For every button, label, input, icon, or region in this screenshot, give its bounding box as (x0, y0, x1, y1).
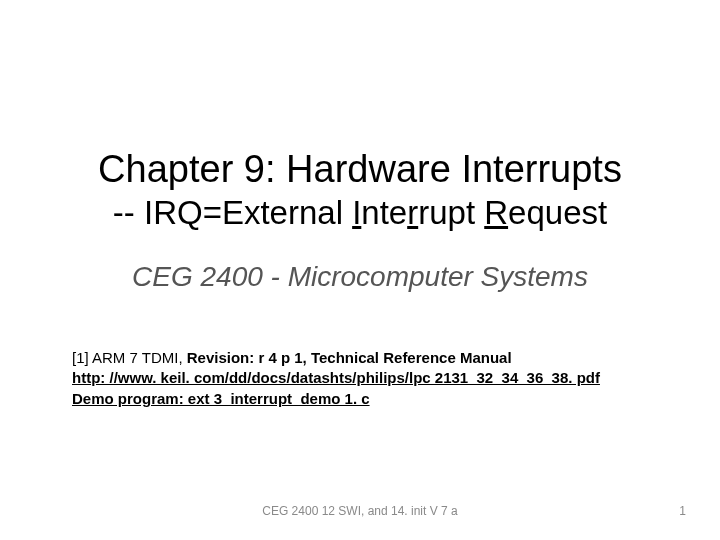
title-nte: nte (361, 194, 407, 231)
title-underline-r-cap: R (484, 194, 508, 231)
slide-title: Chapter 9: Hardware Interrupts -- IRQ=Ex… (60, 148, 660, 233)
page-number: 1 (679, 504, 686, 518)
reference-demo-link[interactable]: Demo program: ext 3_interrupt_demo 1. c (72, 390, 370, 407)
title-underline-r: r (407, 194, 418, 231)
title-line-2: -- IRQ=External Interrupt Request (60, 192, 660, 233)
footer-text: CEG 2400 12 SWI, and 14. init V 7 a (0, 504, 720, 518)
title-dash: -- (113, 194, 135, 231)
references-block: [1] ARM 7 TDMI, Revision: r 4 p 1, Techn… (72, 348, 652, 409)
reference-citation-bold: Revision: r 4 p 1, Technical Reference M… (187, 349, 512, 366)
title-rupt: rupt (418, 194, 484, 231)
reference-url-link[interactable]: http: //www. keil. com/dd/docs/datashts/… (72, 369, 600, 386)
title-irq-prefix: IRQ=External (144, 194, 352, 231)
title-underline-i: I (352, 194, 361, 231)
title-equest: equest (508, 194, 607, 231)
slide: Chapter 9: Hardware Interrupts -- IRQ=Ex… (0, 0, 720, 540)
title-line-1: Chapter 9: Hardware Interrupts (60, 148, 660, 192)
reference-citation-prefix: [1] ARM 7 TDMI, (72, 349, 187, 366)
slide-subtitle: CEG 2400 - Microcomputer Systems (60, 261, 660, 293)
